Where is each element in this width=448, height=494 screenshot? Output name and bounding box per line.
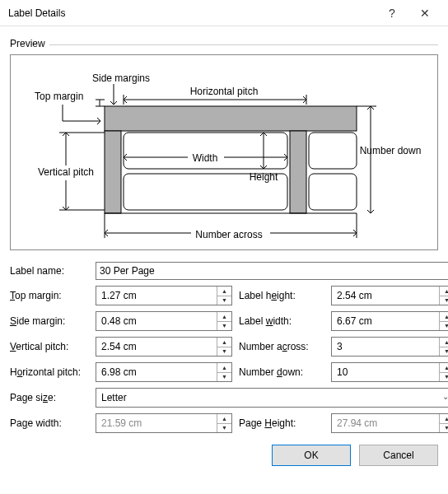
titlebar: Label Details ? ✕	[0, 0, 448, 26]
vertical-pitch-label: Vertical pitch:	[10, 341, 89, 352]
preview-diagram: Side margins Top margin Horizontal pitch	[10, 54, 438, 250]
t-hpitch: Horizontal pitch	[190, 86, 259, 97]
page-height-input: ▲▼	[331, 413, 448, 433]
label-name-label: Label name:	[10, 265, 89, 277]
horizontal-pitch-input[interactable]: ▲▼	[96, 362, 232, 382]
spin-down-icon[interactable]: ▼	[440, 373, 448, 382]
page-size-select[interactable]: Letter ⌄	[96, 388, 448, 408]
svg-rect-2	[290, 131, 306, 213]
t-side-margins: Side margins	[92, 72, 150, 84]
preview-legend: Preview	[10, 38, 49, 49]
spin-up-icon[interactable]: ▲	[440, 287, 448, 296]
page-size-label: Page size:	[10, 392, 89, 403]
spin-up-icon: ▲	[440, 414, 448, 424]
spin-up-icon[interactable]: ▲	[217, 312, 231, 322]
form-grid: Label name: Top margin: ▲▼ Label height:…	[10, 262, 438, 433]
preview-group: Preview Side marg	[10, 38, 438, 250]
spin-down-icon[interactable]: ▼	[440, 296, 448, 305]
top-margin-input[interactable]: ▲▼	[96, 286, 232, 305]
label-width-label: Label width:	[239, 315, 324, 327]
spin-up-icon: ▲	[217, 414, 231, 424]
page-width-input: ▲▼	[96, 413, 232, 433]
fieldset-rule	[49, 44, 438, 45]
dialog-buttons: OK Cancel	[10, 445, 438, 466]
top-margin-label: Top margin:	[10, 290, 89, 301]
spin-down-icon[interactable]: ▼	[217, 373, 231, 382]
label-width-input[interactable]: ▲▼	[331, 311, 448, 331]
number-across-input[interactable]: ▲▼	[331, 337, 448, 357]
t-nacross: Number across	[195, 229, 262, 240]
svg-rect-0	[105, 106, 357, 131]
label-height-label: Label height:	[239, 290, 324, 301]
spin-down-icon[interactable]: ▼	[440, 322, 448, 331]
page-width-label: Page width:	[10, 417, 89, 429]
horizontal-pitch-label: Horizontal pitch:	[10, 366, 89, 378]
spin-down-icon[interactable]: ▼	[217, 296, 231, 305]
side-margin-input[interactable]: ▲▼	[96, 311, 232, 331]
label-name-input[interactable]	[96, 262, 448, 280]
help-button[interactable]: ?	[376, 2, 408, 25]
spin-down-icon[interactable]: ▼	[217, 347, 231, 357]
number-down-label: Number down:	[239, 366, 324, 378]
close-button[interactable]: ✕	[408, 2, 441, 25]
chevron-down-icon: ⌄	[442, 392, 448, 401]
spin-down-icon[interactable]: ▼	[440, 347, 448, 357]
window-title: Label Details	[8, 7, 376, 19]
page-height-label: Page Height:	[239, 417, 324, 429]
label-height-input[interactable]: ▲▼	[331, 286, 448, 305]
number-across-label: Number across:	[239, 341, 324, 352]
side-margin-label: Side margin:	[10, 315, 89, 327]
spin-up-icon[interactable]: ▲	[217, 287, 231, 296]
spin-up-icon[interactable]: ▲	[440, 312, 448, 322]
spin-down-icon[interactable]: ▼	[217, 322, 231, 331]
t-width: Width	[193, 152, 218, 164]
spin-down-icon: ▼	[440, 424, 448, 433]
cancel-button[interactable]: Cancel	[359, 445, 438, 466]
spin-up-icon[interactable]: ▲	[440, 363, 448, 373]
svg-rect-1	[105, 131, 121, 213]
ok-button[interactable]: OK	[272, 445, 351, 466]
svg-rect-6	[309, 174, 357, 210]
t-top-margin: Top margin	[35, 91, 83, 102]
spin-up-icon[interactable]: ▲	[217, 363, 231, 373]
spin-up-icon[interactable]: ▲	[440, 338, 448, 347]
spin-up-icon[interactable]: ▲	[217, 338, 231, 347]
t-height: Height	[250, 171, 278, 183]
vertical-pitch-input[interactable]: ▲▼	[96, 337, 232, 357]
spin-down-icon: ▼	[217, 424, 231, 433]
t-ndown: Number down	[360, 145, 422, 156]
t-vpitch: Vertical pitch	[38, 166, 94, 178]
svg-rect-4	[309, 133, 357, 169]
number-down-input[interactable]: ▲▼	[331, 362, 448, 382]
